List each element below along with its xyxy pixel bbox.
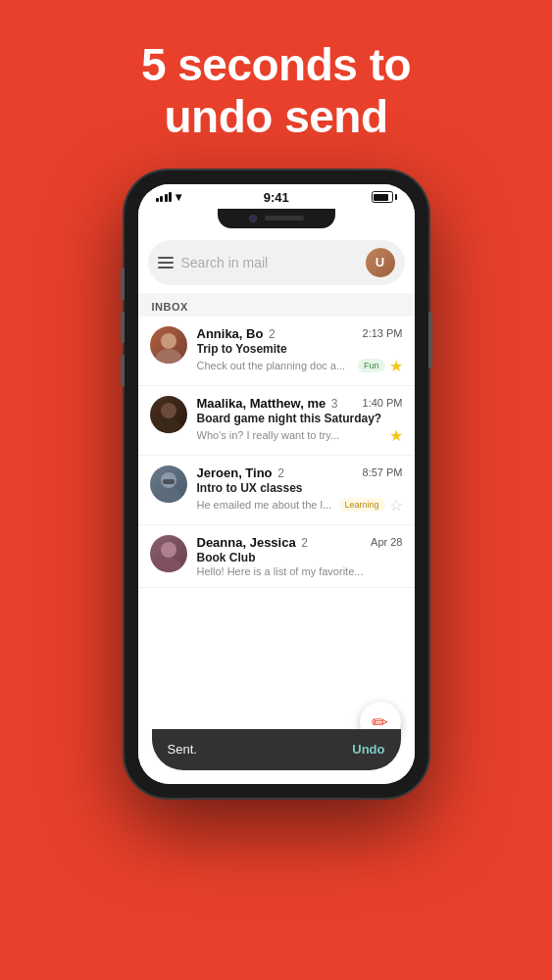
notch xyxy=(218,209,335,228)
status-left: ▾ xyxy=(156,190,182,204)
email-count-4: 2 xyxy=(301,536,308,550)
svg-point-8 xyxy=(156,558,181,572)
email-count-2: 3 xyxy=(331,397,338,411)
email-subject-4: Book Club xyxy=(197,551,403,564)
star-icon-2[interactable]: ★ xyxy=(389,426,403,445)
signal-bars xyxy=(156,192,173,202)
svg-rect-6 xyxy=(163,479,175,484)
email-subject-3: Intro to UX classes xyxy=(197,481,403,495)
phone-screen: ▾ 9:41 xyxy=(138,184,415,784)
email-subject-2: Board game night this Saturday? xyxy=(197,412,403,425)
battery-tip xyxy=(395,194,397,200)
status-time: 9:41 xyxy=(264,190,289,205)
email-preview-1: Check out the planning doc a... xyxy=(197,360,354,371)
email-content-4: Deanna, Jessica 2 Apr 28 Book Club Hello… xyxy=(197,535,403,577)
inbox-label: INBOX xyxy=(138,293,415,317)
email-preview-4: Hello! Here is a list of my favorite... xyxy=(197,565,403,577)
search-bar-container: Search in mail U xyxy=(138,232,415,293)
status-bar: ▾ 9:41 xyxy=(138,184,415,209)
email-tags-1: Fun ★ xyxy=(358,357,403,375)
email-content-3: Jeroen, Tino 2 8:57 PM Intro to UX class… xyxy=(197,466,403,514)
star-outline-3[interactable]: ☆ xyxy=(389,496,403,514)
svg-point-2 xyxy=(161,403,176,418)
email-header-2: Maalika, Matthew, me 3 1:40 PM xyxy=(197,396,403,411)
avatar-annika xyxy=(150,326,187,364)
email-sender-4: Deanna, Jessica 2 xyxy=(197,535,308,550)
speaker xyxy=(265,216,304,220)
email-preview-2: Who's in? I really want to try... xyxy=(197,429,385,441)
email-tags-3: Learning ☆ xyxy=(338,496,402,514)
email-item-3[interactable]: Jeroen, Tino 2 8:57 PM Intro to UX class… xyxy=(138,456,415,525)
svg-point-7 xyxy=(161,542,176,558)
email-item-1[interactable]: Annika, Bo 2 2:13 PM Trip to Yosemite Ch… xyxy=(138,317,415,386)
tag-fun-1: Fun xyxy=(358,359,385,372)
search-bar[interactable]: Search in mail U xyxy=(148,240,405,285)
email-preview-row-2: Who's in? I really want to try... ★ xyxy=(197,426,403,445)
snackbar-message: Sent. xyxy=(168,742,197,757)
notch-area xyxy=(138,209,415,232)
user-avatar[interactable]: U xyxy=(366,248,395,277)
svg-point-0 xyxy=(161,333,176,349)
email-item-2[interactable]: Maalika, Matthew, me 3 1:40 PM Board gam… xyxy=(138,386,415,456)
email-sender-1: Annika, Bo 2 xyxy=(197,326,276,341)
search-placeholder[interactable]: Search in mail xyxy=(181,255,358,270)
undo-button[interactable]: Undo xyxy=(352,742,384,757)
avatar-deanna xyxy=(150,535,187,572)
email-time-1: 2:13 PM xyxy=(363,327,403,339)
svg-point-5 xyxy=(156,488,181,503)
svg-point-3 xyxy=(156,418,181,433)
email-tags-2: ★ xyxy=(389,426,403,445)
wifi-icon: ▾ xyxy=(176,190,181,204)
star-icon-1[interactable]: ★ xyxy=(389,357,403,375)
email-header-1: Annika, Bo 2 2:13 PM xyxy=(197,326,403,341)
snackbar: Sent. Undo xyxy=(152,729,401,770)
email-header-3: Jeroen, Tino 2 8:57 PM xyxy=(197,466,403,480)
email-preview-3: He emailed me about the l... xyxy=(197,499,335,511)
email-content-2: Maalika, Matthew, me 3 1:40 PM Board gam… xyxy=(197,396,403,445)
email-preview-row-3: He emailed me about the l... Learning ☆ xyxy=(197,496,403,514)
signal-bar-3 xyxy=(165,194,168,202)
battery-fill xyxy=(374,194,388,201)
signal-bar-1 xyxy=(156,198,159,202)
email-time-2: 1:40 PM xyxy=(363,397,403,409)
svg-point-1 xyxy=(156,349,181,364)
email-sender-2: Maalika, Matthew, me 3 xyxy=(197,396,338,411)
email-count-1: 2 xyxy=(269,327,276,341)
email-time-3: 8:57 PM xyxy=(363,466,403,478)
camera-icon xyxy=(249,215,257,222)
signal-bar-4 xyxy=(169,192,172,202)
menu-icon[interactable] xyxy=(158,257,174,269)
email-sender-3: Jeroen, Tino 2 xyxy=(197,466,284,480)
email-preview-row-4: Hello! Here is a list of my favorite... xyxy=(197,565,403,577)
avatar-jeroen xyxy=(150,466,187,503)
battery-body xyxy=(372,191,393,203)
signal-bar-2 xyxy=(160,196,163,202)
battery-icon xyxy=(372,191,397,203)
tag-learning-3: Learning xyxy=(338,498,384,512)
avatar-maalika xyxy=(150,396,187,433)
email-content-1: Annika, Bo 2 2:13 PM Trip to Yosemite Ch… xyxy=(197,326,403,375)
email-subject-1: Trip to Yosemite xyxy=(197,342,403,356)
email-header-4: Deanna, Jessica 2 Apr 28 xyxy=(197,535,403,550)
hero-heading: 5 seconds to undo send xyxy=(141,39,411,143)
email-preview-row-1: Check out the planning doc a... Fun ★ xyxy=(197,357,403,375)
phone-mockup: ▾ 9:41 xyxy=(125,171,428,798)
email-count-3: 2 xyxy=(277,466,284,480)
email-item-4[interactable]: Deanna, Jessica 2 Apr 28 Book Club Hello… xyxy=(138,525,415,588)
email-time-4: Apr 28 xyxy=(371,536,402,548)
